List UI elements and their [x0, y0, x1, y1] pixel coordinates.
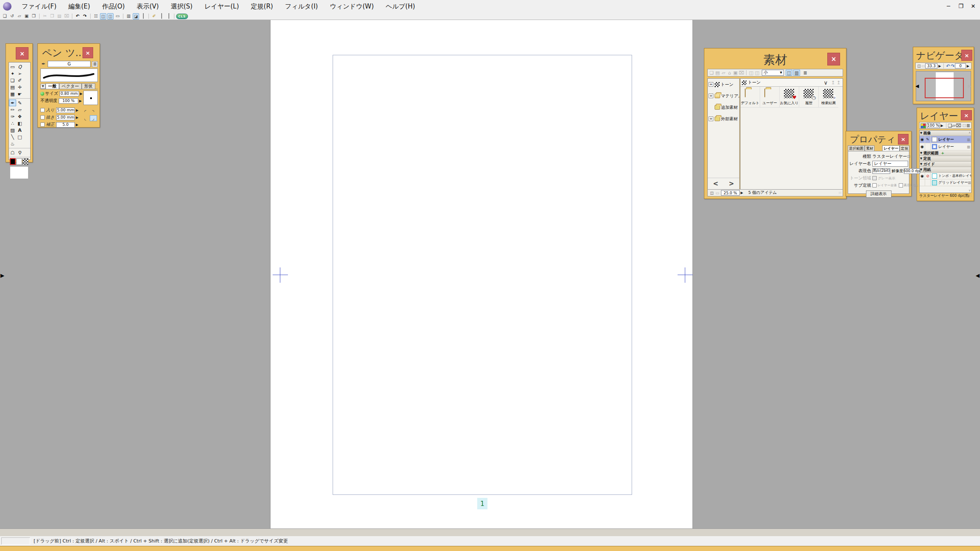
tab-shape[interactable]: 形状 — [82, 83, 95, 89]
lasso-tool[interactable]: Q — [16, 63, 23, 70]
layer-group-paper[interactable]: ▼ 用紙 — [920, 167, 971, 173]
tab-vector[interactable]: ベクター — [59, 83, 82, 89]
layer-opacity-input[interactable]: 100 % — [927, 123, 940, 128]
menu-work[interactable]: 作品(O) — [96, 0, 131, 13]
color-palette-button[interactable] — [140, 13, 146, 20]
tab-general[interactable]: 一般 — [46, 83, 59, 89]
material-item-search-results[interactable]: ⌕ 検索結果 — [819, 87, 838, 108]
tree-item-additional[interactable]: 追加素材 — [708, 102, 739, 113]
rotate-left-icon[interactable]: ↶ — [946, 63, 950, 69]
tile-view-toggle[interactable]: ▥ — [793, 70, 800, 76]
copy-button[interactable]: ❐ — [49, 13, 55, 20]
paste-button[interactable]: ▤ — [56, 13, 63, 20]
detail-view-button[interactable]: 詳細表示 — [866, 190, 892, 198]
correction-checkbox[interactable] — [40, 122, 45, 127]
lock-icon[interactable]: ⊡ — [907, 154, 910, 159]
object-selector-tool[interactable]: ➢ — [16, 70, 23, 77]
tree-item-material[interactable]: + マテリアル — [708, 90, 739, 102]
tree-item-external[interactable]: + 外部素材 — [708, 113, 739, 125]
layer-group-image[interactable]: ▼ 画像 — [920, 131, 971, 136]
edit-column[interactable] — [925, 143, 931, 150]
opacity-spinner[interactable]: ▶ — [79, 99, 82, 103]
materials-window-button[interactable] — [158, 13, 165, 20]
ruler-pen-tool[interactable]: ✐ — [16, 77, 23, 84]
breadcrumb-chevron-icon[interactable]: ∨ — [823, 80, 828, 86]
pen-palette-close-button[interactable]: × — [83, 47, 93, 58]
size-input[interactable]: 0.80 mm — [60, 91, 79, 97]
navigator-preview[interactable]: ◀ ▶ — [916, 71, 971, 101]
layer-row[interactable]: ◉ レイヤー ▥ — [920, 143, 971, 151]
collapse-icon[interactable]: ▼ — [920, 131, 922, 135]
material-item-history[interactable]: ◷ 履歴 — [799, 87, 819, 108]
thumbnail-size-select[interactable]: 小▼ — [762, 70, 784, 76]
stroke-shape-button-4[interactable]: ◞ — [90, 115, 97, 121]
stroke-out-spinner[interactable]: ▶ — [76, 116, 78, 119]
next-page-arrow-icon[interactable]: ▶ — [968, 83, 971, 89]
dock-arrow-right-icon[interactable]: ◀ — [976, 273, 980, 278]
collapse-icon[interactable]: ▼ — [920, 162, 922, 166]
add-selection-icon[interactable]: + — [941, 151, 944, 155]
layer-row-grid[interactable]: グリッドレイヤー ▥ — [920, 179, 971, 186]
line-tool[interactable]: ╲ — [9, 133, 16, 140]
foreground-color-swatch[interactable] — [10, 158, 16, 165]
size-spinner[interactable]: ▶ — [80, 92, 83, 96]
menu-edit[interactable]: 編集(E) — [63, 0, 96, 13]
pen-tool[interactable]: ✒ — [9, 99, 16, 106]
stroke-shape-button-1[interactable]: ◜ — [82, 108, 89, 114]
stroke-shape-button-2[interactable]: ◝ — [90, 108, 97, 114]
pencil-tool[interactable]: ✎ — [16, 99, 23, 106]
fit-window-icon[interactable]: ◫ — [917, 64, 921, 68]
print-button[interactable]: ☷ — [93, 13, 99, 20]
material-item-favorites[interactable]: ♥ お気に入り — [780, 87, 799, 108]
window-forward-button[interactable]: ◫ — [754, 70, 760, 76]
panel-cut-tool[interactable]: ▤ — [9, 84, 16, 91]
correction-spinner[interactable]: ▶ — [76, 123, 78, 127]
material-item-default[interactable]: デフォルト — [741, 87, 760, 108]
expand-icon[interactable]: + — [709, 116, 713, 121]
graph-window-button[interactable]: ◪ — [133, 13, 139, 20]
stroke-in-checkbox[interactable] — [40, 108, 45, 112]
visibility-eye-icon[interactable]: ◉ — [920, 173, 925, 179]
stroke-shape-button-3[interactable]: ◟ — [82, 115, 89, 121]
story-editor-button[interactable]: ▥ — [125, 13, 132, 20]
menu-help[interactable]: ヘルプ(H) — [380, 0, 421, 13]
tab-material[interactable]: 素材 — [865, 145, 875, 151]
expand-icon[interactable]: + — [709, 82, 713, 87]
expression-color-select[interactable]: 黒白(2bit) — [872, 168, 890, 174]
sub-ruler-checkbox-1[interactable] — [872, 183, 877, 187]
rotate-right-icon[interactable]: ↷ — [950, 63, 955, 69]
tab-menu-button[interactable]: ▼ — [40, 84, 46, 89]
tab-layer[interactable]: レイヤー — [882, 145, 900, 151]
transparent-color-swatch[interactable] — [23, 158, 28, 165]
open-material-button[interactable]: ⌂ — [726, 70, 732, 76]
zoom-fit-icon[interactable]: ◫ — [709, 191, 715, 195]
layer-group-guide[interactable]: ▼ ガイド — [920, 162, 971, 167]
marker-tool[interactable]: ✏ — [9, 106, 16, 113]
figure-tool[interactable]: □ — [16, 133, 23, 140]
tool-palette-button[interactable]: ✐ — [151, 13, 157, 20]
cut-button[interactable]: ✂ — [42, 13, 48, 20]
layer-menu-button[interactable]: ≣ — [966, 123, 970, 128]
material-zoom-input[interactable]: 25.0 % — [721, 190, 740, 196]
menu-layer[interactable]: レイヤー(L) — [199, 0, 245, 13]
tone-stamp-tool[interactable]: ♨ — [9, 140, 16, 147]
navigator-palette-close-button[interactable]: × — [961, 50, 972, 61]
story-view-button[interactable]: ▭ — [114, 13, 121, 20]
brush-tool[interactable]: ✑ — [9, 113, 16, 120]
thumbnail-view-toggle[interactable]: ◫ — [786, 70, 792, 76]
tree-prev-button[interactable]: < — [713, 180, 718, 187]
layer-selector-tool[interactable]: ❏ — [9, 77, 16, 84]
minimize-button[interactable]: ─ — [943, 1, 954, 11]
gradient-tool[interactable]: ▨ — [9, 127, 16, 133]
layer-group-ruler[interactable]: ▼ 定規 — [920, 156, 971, 162]
new-layer-button[interactable]: ❑ — [948, 123, 952, 128]
properties-palette-close-button[interactable]: × — [898, 134, 909, 145]
stroke-out-input[interactable]: 5.00 mm — [56, 115, 75, 120]
layer-name-input[interactable]: レイヤー — [872, 161, 908, 167]
tree-next-button[interactable]: > — [729, 180, 734, 187]
resize-grip-icon[interactable]: ∷ — [969, 194, 971, 198]
pen-preset-select[interactable]: G — [48, 61, 91, 67]
visibility-eye-icon[interactable]: ◉ — [920, 143, 925, 150]
material-zoom-spinner[interactable]: ▶ — [741, 191, 743, 195]
save-button[interactable]: ▣ — [23, 13, 30, 20]
